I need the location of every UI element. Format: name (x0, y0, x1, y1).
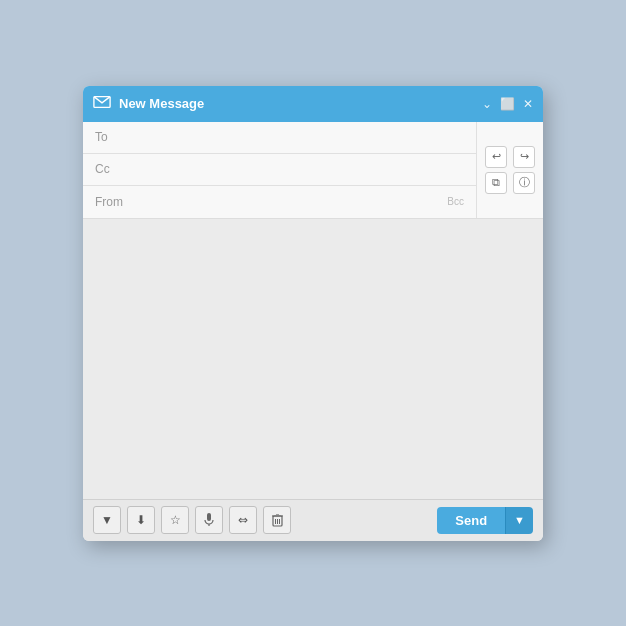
window-controls: ⌄ ⬜ ✕ (482, 97, 533, 111)
trash-button[interactable] (263, 506, 291, 534)
from-input[interactable] (131, 195, 447, 209)
action-row-2: ⧉ ⓘ (485, 172, 535, 194)
send-button[interactable]: Send (437, 507, 505, 534)
to-label: To (95, 130, 131, 144)
address-fields: To Cc From Bcc (83, 122, 476, 218)
header-fields: To Cc From Bcc ↩ ↪ ⧉ ⓘ (83, 122, 543, 219)
swap-button[interactable]: ⇔ (229, 506, 257, 534)
send-group: Send ▼ (437, 507, 533, 534)
from-field-row: From Bcc (83, 186, 476, 218)
bcc-label: Bcc (447, 196, 464, 207)
message-textarea[interactable] (93, 229, 533, 489)
email-compose-window: New Message ⌄ ⬜ ✕ To Cc From Bcc (83, 86, 543, 541)
maximize-button[interactable]: ⬜ (500, 97, 515, 111)
redo-button[interactable]: ↪ (513, 146, 535, 168)
svg-rect-1 (207, 513, 211, 521)
minimize-button[interactable]: ⌄ (482, 97, 492, 111)
mic-button[interactable] (195, 506, 223, 534)
message-body (83, 219, 543, 499)
window-title: New Message (119, 96, 482, 111)
mail-icon (93, 95, 111, 112)
cc-input[interactable] (131, 162, 464, 176)
action-row-1: ↩ ↪ (485, 146, 535, 168)
bottom-toolbar: ▼ ⬇ ☆ ⇔ (83, 499, 543, 541)
download-button[interactable]: ⬇ (127, 506, 155, 534)
to-field-row: To (83, 122, 476, 154)
undo-button[interactable]: ↩ (485, 146, 507, 168)
dropdown-button[interactable]: ▼ (93, 506, 121, 534)
star-button[interactable]: ☆ (161, 506, 189, 534)
copy-button[interactable]: ⧉ (485, 172, 507, 194)
action-buttons: ↩ ↪ ⧉ ⓘ (476, 122, 543, 218)
to-input[interactable] (131, 130, 464, 144)
cc-label: Cc (95, 162, 131, 176)
title-bar: New Message ⌄ ⬜ ✕ (83, 86, 543, 122)
info-button[interactable]: ⓘ (513, 172, 535, 194)
close-button[interactable]: ✕ (523, 97, 533, 111)
send-dropdown-button[interactable]: ▼ (505, 507, 533, 534)
cc-field-row: Cc (83, 154, 476, 186)
from-label: From (95, 195, 131, 209)
toolbar-left: ▼ ⬇ ☆ ⇔ (93, 506, 437, 534)
